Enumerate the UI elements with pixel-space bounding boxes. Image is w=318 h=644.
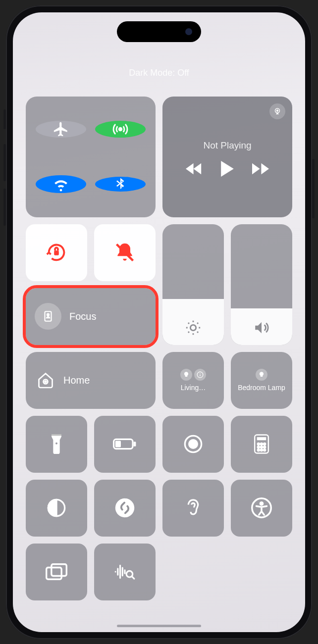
svg-rect-32 (47, 568, 61, 580)
focus-icon-circle (35, 303, 61, 330)
accessory-icons (256, 369, 267, 381)
play-icon[interactable] (220, 161, 234, 177)
svg-point-24 (264, 446, 265, 448)
svg-rect-13 (134, 442, 136, 446)
svg-rect-18 (257, 437, 266, 440)
control-center: Dark Mode: Off (13, 12, 305, 632)
screen-recording-button[interactable] (162, 416, 224, 473)
volume-down-button (3, 189, 6, 226)
volume-slider[interactable] (231, 224, 292, 345)
forward-icon[interactable] (252, 162, 269, 176)
record-icon (183, 434, 203, 454)
accessory-bedroom-lamp[interactable]: Bedroom Lamp (231, 352, 292, 409)
volume-up-button (3, 144, 6, 181)
connectivity-group[interactable] (26, 97, 156, 217)
home-label: Home (63, 375, 90, 386)
svg-point-26 (261, 449, 263, 451)
info-icon (197, 371, 204, 378)
power-button (312, 159, 315, 218)
accessibility-button[interactable] (231, 480, 292, 537)
accessory-label: Bedroom Lamp (238, 384, 285, 392)
svg-point-0 (119, 128, 122, 131)
bell-slash-icon (114, 242, 136, 263)
control-grid: Not Playing (26, 97, 292, 622)
transport-controls (186, 161, 269, 177)
focus-badge-icon (42, 310, 54, 323)
accessibility-icon (251, 497, 272, 518)
shazam-icon (114, 497, 135, 518)
svg-point-5 (190, 325, 196, 330)
svg-point-2 (277, 110, 278, 111)
airplay-icon (273, 107, 282, 116)
airplay-button[interactable] (269, 103, 285, 119)
bluetooth-icon (113, 177, 128, 192)
svg-point-23 (261, 446, 263, 448)
svg-point-7 (47, 314, 49, 316)
screen-mirroring-button[interactable] (26, 544, 87, 600)
bluetooth-toggle[interactable] (95, 177, 146, 192)
wifi-toggle[interactable] (36, 175, 86, 193)
svg-point-31 (260, 502, 263, 505)
flashlight-button[interactable] (26, 416, 87, 473)
svg-point-9 (45, 381, 47, 383)
svg-point-27 (264, 449, 265, 451)
cellular-data-toggle[interactable] (95, 121, 146, 138)
calculator-icon (254, 434, 269, 454)
bulb-icon (183, 371, 190, 378)
shazam-button[interactable] (94, 480, 156, 537)
svg-rect-33 (52, 564, 66, 576)
accessory-living[interactable]: Living… (162, 352, 224, 409)
ear-icon (184, 497, 202, 518)
phone-frame: Dark Mode: Off (6, 5, 312, 639)
svg-point-25 (258, 449, 260, 451)
svg-point-29 (115, 498, 135, 518)
airplane-mode-toggle[interactable] (36, 121, 86, 138)
svg-point-22 (258, 446, 260, 448)
svg-point-16 (189, 440, 198, 448)
dark-mode-icon (47, 498, 66, 518)
brightness-slider[interactable] (162, 224, 224, 345)
media-controls[interactable]: Not Playing (162, 97, 292, 217)
svg-point-19 (258, 443, 260, 445)
orientation-lock-icon (45, 241, 68, 264)
sun-icon (185, 319, 202, 336)
svg-point-20 (261, 443, 263, 445)
silent-mode-toggle[interactable] (94, 224, 156, 281)
home-indicator[interactable] (117, 625, 201, 627)
orientation-lock-toggle[interactable] (26, 224, 87, 281)
calculator-button[interactable] (231, 416, 292, 473)
antenna-icon (112, 121, 129, 138)
wifi-icon (52, 175, 70, 193)
rewind-icon[interactable] (186, 162, 203, 176)
sound-recognition-button[interactable] (94, 544, 156, 600)
focus-label: Focus (69, 311, 96, 322)
battery-icon (113, 438, 137, 450)
dark-mode-button[interactable] (26, 480, 87, 537)
svg-rect-14 (115, 441, 121, 447)
flashlight-icon (50, 434, 63, 454)
waveform-search-icon (114, 562, 136, 581)
bulb-icon (258, 371, 265, 378)
accessory-label: Living… (181, 384, 206, 392)
low-power-mode-button[interactable] (94, 416, 156, 473)
hearing-button[interactable] (162, 480, 224, 537)
speaker-icon (253, 319, 270, 336)
accessory-icons (180, 369, 206, 381)
home-button[interactable]: Home (26, 352, 156, 409)
airplane-icon (53, 121, 69, 138)
media-title: Not Playing (203, 140, 251, 151)
svg-rect-3 (54, 250, 59, 255)
svg-rect-11 (52, 434, 61, 436)
rectangles-icon (46, 563, 67, 581)
ringer-switch (3, 109, 6, 129)
status-toast: Dark Mode: Off (13, 68, 305, 78)
svg-point-21 (264, 443, 265, 445)
home-icon (37, 371, 54, 389)
dynamic-island (117, 21, 201, 42)
focus-toggle[interactable]: Focus (26, 288, 156, 345)
